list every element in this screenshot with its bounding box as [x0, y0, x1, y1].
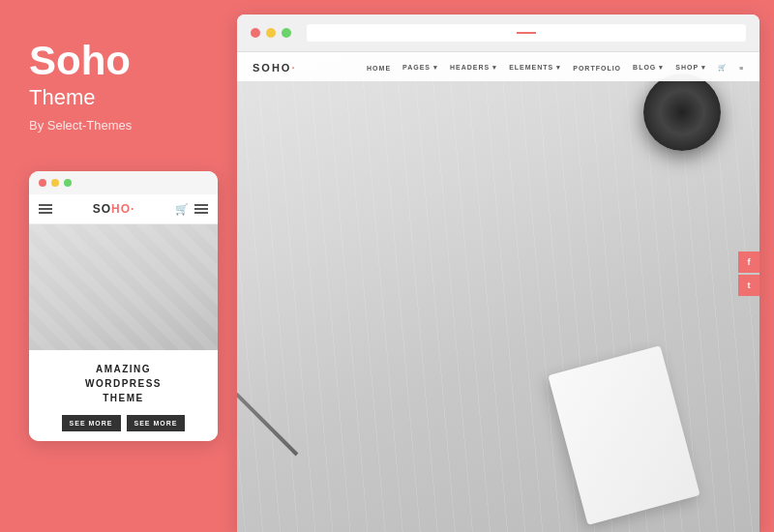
mobile-logo: SOHO· [93, 202, 135, 216]
hamburger-line [39, 208, 52, 210]
main-container: Soho Theme By Select-Themes SOHO· � [0, 0, 774, 532]
desktop-dot-yellow [266, 28, 276, 38]
mobile-nav: SOHO· 🛒 [29, 194, 218, 224]
facebook-button[interactable]: f [738, 251, 759, 273]
desktop-hero-background [237, 54, 759, 532]
mobile-buttons: SEE MORE SEE MORE [43, 415, 204, 431]
cart-icon[interactable]: 🛒 [175, 203, 189, 216]
theme-title: Soho [29, 39, 131, 83]
hamburger-line [194, 204, 208, 206]
hamburger-line [39, 204, 52, 206]
mobile-content-box: AMAZING WORDPRESS THEME SEE MORE SEE MOR… [29, 350, 218, 441]
mobile-hero-image [29, 224, 218, 350]
nav-blog[interactable]: BLOG ▾ [633, 64, 664, 72]
left-panel: Soho Theme By Select-Themes SOHO· � [0, 0, 237, 532]
dot-green [64, 179, 72, 187]
desktop-dot-green [282, 28, 291, 38]
dot-yellow [51, 179, 59, 187]
nav-cart-icon[interactable]: 🛒 [718, 64, 728, 72]
desktop-dot-red [251, 28, 260, 38]
desktop-browser-bar [237, 15, 759, 52]
mobile-browser-bar [29, 171, 218, 194]
desktop-url-bar[interactable] [307, 24, 746, 42]
desktop-hero [237, 54, 759, 532]
theme-author: By Select-Themes [29, 118, 132, 133]
mobile-preview-card: SOHO· 🛒 AMAZING WORDPRESS [29, 171, 218, 441]
hamburger-line [194, 212, 208, 214]
nav-menu-icon[interactable]: ≡ [739, 65, 744, 72]
desktop-preview-card: SOHO· HOME PAGES ▾ HEADERS ▾ ELEMENTS ▾ … [237, 15, 759, 532]
hamburger-icon-right[interactable] [194, 204, 208, 214]
nav-portfolio[interactable]: PORTFOLIO [573, 65, 621, 72]
camera-lens [643, 74, 721, 151]
mobile-hero-bg [29, 224, 218, 350]
mobile-nav-icons: 🛒 [175, 203, 208, 216]
url-accent [517, 32, 536, 34]
dot-red [39, 179, 46, 187]
nav-home[interactable]: HOME [367, 65, 391, 72]
nav-shop[interactable]: SHOP ▾ [675, 64, 706, 72]
theme-subtitle: Theme [29, 85, 95, 110]
hamburger-line [194, 208, 208, 210]
desktop-nav: SOHO· HOME PAGES ▾ HEADERS ▾ ELEMENTS ▾ … [237, 54, 759, 81]
mobile-logo-accent: HO· [111, 202, 134, 216]
nav-headers[interactable]: HEADERS ▾ [450, 64, 497, 72]
see-more-button-1[interactable]: SEE MORE [62, 415, 121, 431]
see-more-button-2[interactable]: SEE MORE [127, 415, 186, 431]
twitter-button[interactable]: t [738, 275, 759, 296]
hamburger-icon[interactable] [39, 204, 52, 214]
nav-pages[interactable]: PAGES ▾ [402, 64, 438, 72]
mobile-content-text: AMAZING WORDPRESS THEME [43, 362, 204, 405]
nav-elements[interactable]: ELEMENTS ▾ [509, 64, 561, 72]
desktop-logo: SOHO· [253, 62, 296, 74]
hamburger-line [39, 212, 52, 214]
desktop-logo-dot: · [291, 62, 296, 74]
desktop-nav-links: HOME PAGES ▾ HEADERS ▾ ELEMENTS ▾ PORTFO… [367, 64, 744, 72]
social-buttons: f t [738, 251, 759, 296]
